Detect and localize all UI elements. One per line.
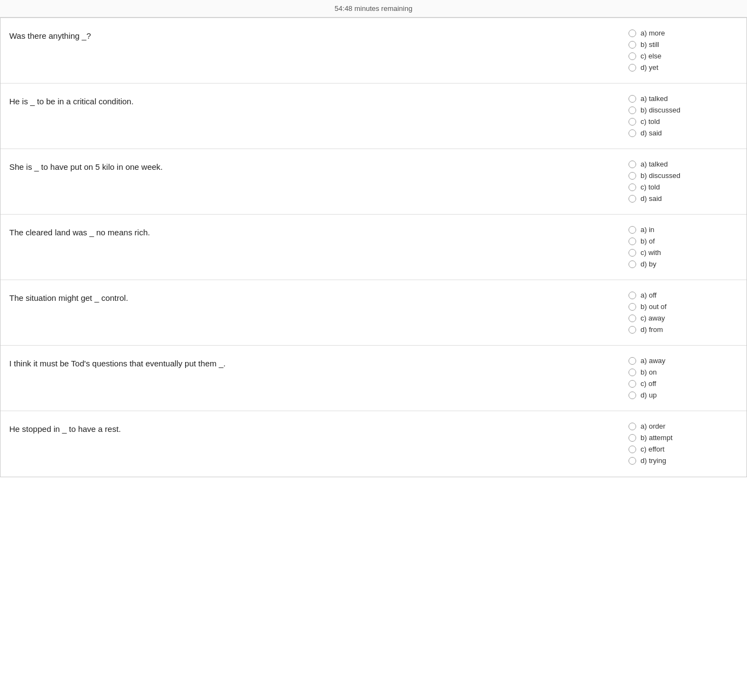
- question-text: I think it must be Tod's questions that …: [9, 357, 629, 368]
- option-item[interactable]: d) trying: [629, 456, 738, 465]
- option-item[interactable]: d) up: [629, 391, 738, 399]
- option-item[interactable]: a) talked: [629, 94, 738, 103]
- timer-display: 54:48 minutes remaining: [0, 0, 747, 17]
- option-item[interactable]: d) by: [629, 260, 738, 268]
- radio-circle-icon: [629, 457, 636, 465]
- option-item[interactable]: a) order: [629, 422, 738, 430]
- option-item[interactable]: c) else: [629, 52, 738, 60]
- options-group: a) inb) ofc) withd) by: [629, 226, 738, 268]
- options-group: a) moreb) stillc) elsed) yet: [629, 29, 738, 72]
- option-label: a) away: [641, 357, 666, 365]
- option-item[interactable]: c) told: [629, 117, 738, 126]
- option-item[interactable]: b) out of: [629, 302, 738, 311]
- radio-circle-icon: [629, 226, 636, 234]
- radio-circle-icon: [629, 326, 636, 334]
- option-item[interactable]: d) yet: [629, 63, 738, 72]
- radio-circle-icon: [629, 423, 636, 430]
- radio-circle-icon: [629, 29, 636, 37]
- options-group: a) offb) out ofc) awayd) from: [629, 291, 738, 334]
- question-text: The cleared land was _ no means rich.: [9, 226, 629, 237]
- option-label: d) trying: [641, 456, 666, 465]
- radio-circle-icon: [629, 129, 636, 137]
- question-text: He stopped in _ to have a rest.: [9, 422, 629, 434]
- radio-circle-icon: [629, 357, 636, 365]
- option-item[interactable]: a) in: [629, 226, 738, 234]
- option-label: c) told: [641, 183, 660, 191]
- option-item[interactable]: a) away: [629, 357, 738, 365]
- option-label: b) discussed: [641, 106, 680, 114]
- question-text: He is _ to be in a critical condition.: [9, 94, 629, 106]
- option-item[interactable]: b) discussed: [629, 171, 738, 180]
- radio-circle-icon: [629, 183, 636, 191]
- option-item[interactable]: c) off: [629, 379, 738, 388]
- radio-circle-icon: [629, 52, 636, 60]
- option-item[interactable]: a) talked: [629, 160, 738, 168]
- option-label: d) said: [641, 129, 662, 137]
- option-item[interactable]: c) with: [629, 248, 738, 257]
- radio-circle-icon: [629, 292, 636, 299]
- radio-circle-icon: [629, 446, 636, 453]
- option-item[interactable]: d) from: [629, 325, 738, 334]
- radio-circle-icon: [629, 315, 636, 322]
- option-label: a) more: [641, 29, 665, 37]
- option-label: a) talked: [641, 94, 668, 103]
- option-label: c) with: [641, 248, 661, 257]
- option-label: a) order: [641, 422, 666, 430]
- option-label: b) still: [641, 40, 659, 49]
- radio-circle-icon: [629, 106, 636, 114]
- option-label: c) else: [641, 52, 661, 60]
- radio-circle-icon: [629, 238, 636, 245]
- question-text: Was there anything _?: [9, 29, 629, 40]
- radio-circle-icon: [629, 64, 636, 72]
- option-label: d) by: [641, 260, 656, 268]
- question-row: He is _ to be in a critical condition.a)…: [1, 84, 746, 149]
- option-item[interactable]: a) off: [629, 291, 738, 299]
- option-label: b) of: [641, 237, 655, 245]
- option-label: a) in: [641, 226, 654, 234]
- radio-circle-icon: [629, 369, 636, 376]
- radio-circle-icon: [629, 260, 636, 268]
- question-row: The situation might get _ control.a) off…: [1, 280, 746, 346]
- option-label: b) on: [641, 368, 657, 376]
- option-label: c) off: [641, 379, 656, 388]
- options-group: a) talkedb) discussedc) toldd) said: [629, 160, 738, 203]
- option-item[interactable]: b) on: [629, 368, 738, 376]
- option-label: c) away: [641, 314, 665, 322]
- radio-circle-icon: [629, 391, 636, 399]
- radio-circle-icon: [629, 172, 636, 180]
- radio-circle-icon: [629, 303, 636, 311]
- option-item[interactable]: a) more: [629, 29, 738, 37]
- option-label: d) up: [641, 391, 657, 399]
- option-item[interactable]: b) discussed: [629, 106, 738, 114]
- radio-circle-icon: [629, 41, 636, 49]
- question-row: The cleared land was _ no means rich.a) …: [1, 215, 746, 280]
- option-item[interactable]: c) away: [629, 314, 738, 322]
- radio-circle-icon: [629, 95, 636, 103]
- quiz-container: Was there anything _?a) moreb) stillc) e…: [0, 17, 747, 477]
- option-item[interactable]: d) said: [629, 194, 738, 203]
- option-label: d) said: [641, 194, 662, 203]
- option-label: c) effort: [641, 445, 665, 453]
- radio-circle-icon: [629, 434, 636, 442]
- radio-circle-icon: [629, 249, 636, 257]
- radio-circle-icon: [629, 161, 636, 168]
- option-item[interactable]: c) told: [629, 183, 738, 191]
- option-label: c) told: [641, 117, 660, 126]
- options-group: a) orderb) attemptc) effortd) trying: [629, 422, 738, 465]
- question-row: Was there anything _?a) moreb) stillc) e…: [1, 18, 746, 84]
- option-item[interactable]: b) still: [629, 40, 738, 49]
- option-item[interactable]: b) attempt: [629, 434, 738, 442]
- question-text: The situation might get _ control.: [9, 291, 629, 302]
- option-label: a) off: [641, 291, 656, 299]
- question-row: He stopped in _ to have a rest.a) orderb…: [1, 411, 746, 477]
- option-item[interactable]: c) effort: [629, 445, 738, 453]
- options-group: a) awayb) onc) offd) up: [629, 357, 738, 399]
- question-text: She is _ to have put on 5 kilo in one we…: [9, 160, 629, 171]
- option-item[interactable]: b) of: [629, 237, 738, 245]
- option-item[interactable]: d) said: [629, 129, 738, 137]
- option-label: d) from: [641, 325, 663, 334]
- option-label: d) yet: [641, 63, 659, 72]
- option-label: b) discussed: [641, 171, 680, 180]
- question-row: She is _ to have put on 5 kilo in one we…: [1, 149, 746, 215]
- question-row: I think it must be Tod's questions that …: [1, 346, 746, 411]
